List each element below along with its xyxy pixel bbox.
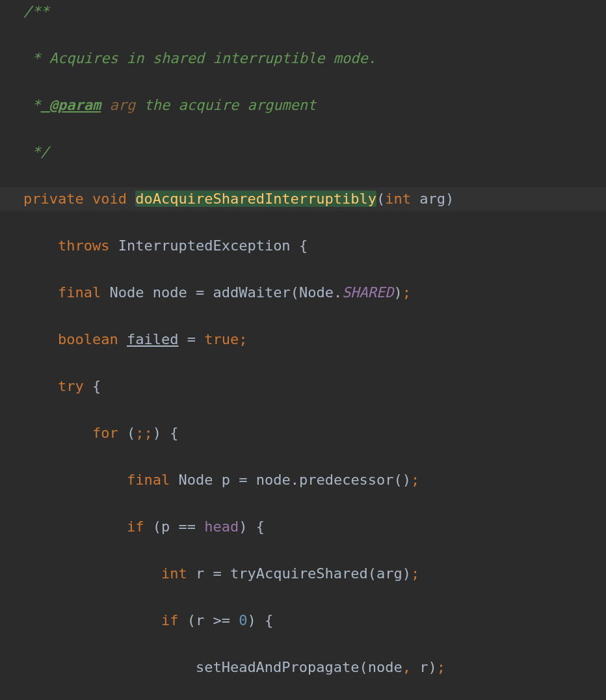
kw-void: void [92, 191, 127, 207]
call-addwaiter: addWaiter [204, 284, 290, 301]
ref-r: r [196, 612, 213, 628]
var-p: p [222, 472, 239, 488]
sp [411, 659, 419, 675]
semi: ; [411, 472, 419, 488]
comma: , [402, 659, 411, 675]
kw-true: true [204, 331, 239, 347]
sp [247, 518, 256, 535]
sp [196, 518, 204, 535]
ref-node: node [247, 472, 290, 488]
kw-try: try [58, 378, 84, 394]
paren-open: ( [394, 472, 402, 488]
kw-final: final [127, 472, 170, 488]
semi: ; [402, 284, 411, 301]
var-node: node [153, 284, 196, 301]
paren-open: ( [127, 425, 135, 441]
paren-open: ( [360, 659, 368, 675]
semi: ; [135, 425, 144, 441]
paren-close: ) [394, 284, 402, 301]
param-arg: arg [411, 191, 445, 207]
sp [118, 425, 127, 441]
field-head: head [204, 518, 239, 535]
paren-close: ) [402, 565, 411, 582]
code-editor[interactable]: /** * Acquires in shared interruptible m… [0, 0, 606, 700]
type-int: int [161, 565, 187, 582]
kw-for: for [92, 425, 118, 441]
javadoc-param-desc: the acquire argument [135, 97, 316, 113]
paren-open: ( [153, 518, 161, 535]
paren-open: ( [187, 612, 196, 628]
javadoc-open: /** [23, 3, 49, 20]
semi: ; [437, 659, 445, 675]
javadoc-close: */ [23, 144, 49, 160]
sp [178, 331, 187, 347]
sp [196, 331, 204, 347]
ref-r: r [419, 659, 428, 675]
javadoc-param-name: arg [101, 97, 135, 113]
sp [230, 612, 239, 628]
paren-open: ( [368, 565, 376, 582]
brace-open: { [92, 378, 101, 394]
brace-open: { [256, 518, 265, 535]
brace-open: { [170, 425, 178, 441]
paren-close: ) [153, 425, 161, 441]
throws-type: InterruptedException [109, 237, 298, 254]
ref-p: p [161, 518, 179, 535]
kw-if: if [127, 518, 144, 535]
op-assign: = [187, 331, 196, 347]
num-zero: 0 [239, 612, 247, 628]
javadoc-tag-param: @param [41, 97, 101, 113]
paren-close: ) [239, 518, 247, 535]
kw-boolean: boolean [58, 331, 118, 347]
dot: . [334, 284, 342, 301]
brace-open: { [265, 612, 273, 628]
paren-close: ) [247, 612, 256, 628]
type-node: Node [170, 472, 221, 488]
semi: ; [144, 425, 152, 441]
paren-close: ) [428, 659, 437, 675]
sp [178, 612, 187, 628]
sp [256, 612, 265, 628]
paren-open: ( [376, 191, 385, 207]
call-predecessor: predecessor [299, 472, 394, 488]
method-name: doAcquireSharedInterruptibly [135, 191, 376, 207]
call-setheadandpropagate: setHeadAndPropagate [196, 659, 360, 675]
ref-arg: arg [376, 565, 402, 582]
javadoc-star: * [23, 50, 41, 66]
dot: . [291, 472, 299, 488]
paren-open: ( [291, 284, 299, 301]
javadoc-desc: Acquires in shared interruptible mode. [41, 50, 377, 66]
ref-node: node [368, 659, 402, 675]
sp [118, 331, 127, 347]
op-ge: >= [213, 612, 230, 628]
paren-close: ) [445, 191, 454, 207]
op-assign: = [239, 472, 247, 488]
static-shared: SHARED [342, 284, 393, 301]
var-failed: failed [127, 331, 178, 347]
semi: ; [411, 565, 419, 582]
op-eq: == [178, 518, 196, 535]
brace-open: { [299, 237, 308, 254]
op-assign: = [213, 565, 221, 582]
kw-private: private [23, 191, 84, 207]
sp [144, 518, 152, 535]
kw-if: if [161, 612, 179, 628]
qual-node: Node [299, 284, 334, 301]
kw-throws: throws [58, 237, 109, 254]
sp [84, 378, 92, 394]
op-assign: = [196, 284, 204, 301]
paren-close: ) [402, 472, 411, 488]
call-tryacquireshared: tryAcquireShared [222, 565, 368, 582]
var-r: r [187, 565, 213, 582]
type-int: int [385, 191, 411, 207]
semi: ; [239, 331, 247, 347]
javadoc-star: * [23, 97, 41, 113]
type-node: Node [101, 284, 152, 301]
kw-final: final [58, 284, 101, 301]
sp [161, 425, 170, 441]
